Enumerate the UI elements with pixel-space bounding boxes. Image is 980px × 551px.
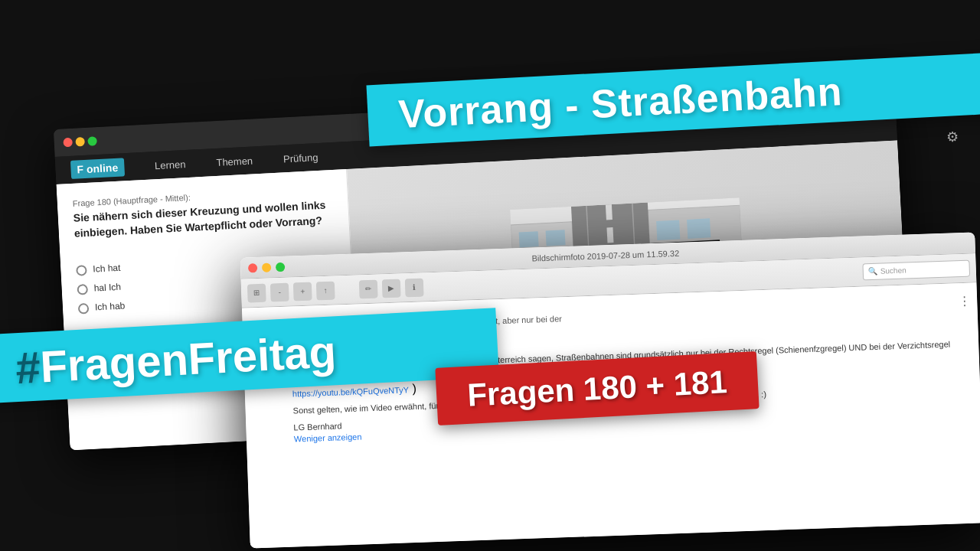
search-placeholder: Suchen: [880, 266, 906, 276]
nav-item-pruefung[interactable]: Prüfung: [283, 152, 318, 165]
zoom-out-btn[interactable]: -: [270, 282, 289, 302]
svg-rect-4: [546, 230, 566, 246]
share-btn[interactable]: ↑: [316, 281, 335, 300]
banner-middle-text: #FragenFreitag: [15, 325, 338, 393]
svg-rect-12: [606, 204, 612, 220]
answer-text-1: Ich hat: [93, 262, 121, 276]
maximize-btn[interactable]: [87, 136, 97, 146]
svg-rect-2: [519, 231, 539, 247]
zoom-in-btn[interactable]: +: [293, 282, 312, 301]
search-bar[interactable]: 🔍 Suchen: [862, 259, 970, 280]
fragenfreitag-text: FragenFreitag: [39, 326, 338, 391]
answer-text-2: hal Ich: [93, 281, 121, 295]
answer-text-3: Ich hab: [95, 299, 126, 314]
comment-link-suffix: ): [412, 381, 416, 394]
nav-btn[interactable]: ▶: [382, 279, 401, 298]
svg-rect-13: [606, 227, 613, 243]
info-btn[interactable]: ℹ: [405, 278, 424, 297]
view-toggle-btn[interactable]: ⊞: [247, 283, 266, 302]
badge-fragen-text: Fragen 180 + 181: [466, 364, 728, 414]
svg-rect-7: [687, 218, 710, 239]
search-icon: 🔍: [868, 267, 877, 276]
comment-link[interactable]: https://youtu.be/kQFuQveNTyY: [292, 385, 410, 398]
edit-btn[interactable]: ✏: [359, 279, 378, 298]
close-btn[interactable]: [63, 138, 73, 148]
svg-rect-6: [656, 220, 680, 240]
radio-2[interactable]: [77, 284, 88, 295]
nav-item-themen[interactable]: Themen: [216, 155, 253, 168]
hash-symbol: #: [15, 341, 42, 393]
nav-item-lernen[interactable]: Lernen: [155, 158, 186, 171]
minimize-btn[interactable]: [75, 137, 85, 147]
radio-3[interactable]: [78, 303, 90, 315]
radio-1[interactable]: [76, 265, 87, 276]
gear-icon[interactable]: ⚙: [946, 129, 959, 145]
three-dots-icon[interactable]: ⋮: [959, 294, 972, 309]
nav-logo[interactable]: F online: [70, 158, 125, 179]
